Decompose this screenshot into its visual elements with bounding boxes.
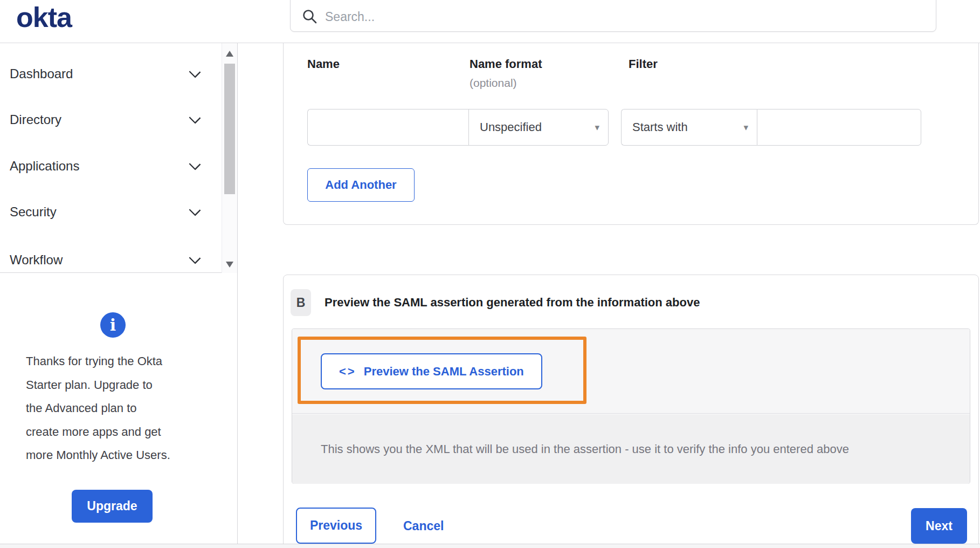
preview-panel: <> Preview the SAML Assertion This shows… <box>292 328 970 484</box>
search-input[interactable] <box>325 10 907 24</box>
filter-type-select[interactable]: Starts with ▾ <box>621 109 757 146</box>
sidebar-item-label: Directory <box>10 112 61 127</box>
name-format-column-label: Name format <box>470 57 542 71</box>
chevron-down-icon <box>189 158 201 170</box>
sidebar-item-directory[interactable]: Directory <box>10 111 199 129</box>
filter-value-input[interactable] <box>757 109 921 146</box>
filter-column-label: Filter <box>629 57 658 71</box>
attribute-name-input[interactable] <box>307 109 469 146</box>
cancel-link[interactable]: Cancel <box>403 519 444 533</box>
sidebar-item-label: Security <box>10 204 57 220</box>
chevron-down-icon <box>189 66 201 78</box>
sidebar: Dashboard Directory Applications Securit… <box>0 43 238 548</box>
dropdown-caret-icon: ▾ <box>595 122 599 133</box>
code-icon: <> <box>339 365 356 379</box>
sidebar-item-security[interactable]: Security <box>10 203 199 221</box>
name-format-value: Unspecified <box>480 120 542 134</box>
upgrade-message-line: Starter plan. Upgrade to <box>26 373 215 397</box>
scrollbar-thumb[interactable] <box>224 64 235 194</box>
sidebar-item-workflow[interactable]: Workflow <box>10 251 199 269</box>
name-format-optional-label: (optional) <box>470 77 517 90</box>
section-b-header: B Preview the SAML assertion generated f… <box>291 289 700 316</box>
sidebar-scrollbar[interactable] <box>222 43 237 273</box>
attribute-statements-card: Name Name format (optional) Filter Unspe… <box>283 43 979 225</box>
sidebar-item-label: Dashboard <box>10 66 73 81</box>
global-search[interactable] <box>290 0 936 32</box>
scrollbar-up-arrow-icon[interactable] <box>226 51 233 57</box>
okta-logo: okta <box>16 1 72 33</box>
saml-preview-card: B Preview the SAML assertion generated f… <box>283 275 979 548</box>
sidebar-nav: Dashboard Directory Applications Securit… <box>0 43 237 273</box>
chevron-down-icon <box>189 204 201 216</box>
next-button[interactable]: Next <box>911 508 967 544</box>
previous-button[interactable]: Previous <box>296 508 376 544</box>
scrollbar-down-arrow-icon[interactable] <box>226 262 233 268</box>
preview-panel-top: <> Preview the SAML Assertion <box>292 329 970 414</box>
sidebar-item-label: Workflow <box>10 252 63 268</box>
app-header: okta <box>0 0 980 43</box>
chevron-down-icon <box>189 252 201 264</box>
sidebar-item-applications[interactable]: Applications <box>10 157 199 175</box>
upgrade-message-line: the Advanced plan to <box>26 396 215 420</box>
preview-button-label: Preview the SAML Assertion <box>364 365 524 379</box>
upgrade-button[interactable]: Upgrade <box>72 490 153 523</box>
window-bottom-edge <box>0 544 980 548</box>
search-icon <box>301 8 318 24</box>
upgrade-message-line: more Monthly Active Users. <box>26 443 215 467</box>
upgrade-message: Thanks for trying the Okta Starter plan.… <box>26 350 215 467</box>
name-format-select[interactable]: Unspecified ▾ <box>468 109 609 146</box>
preview-saml-assertion-button[interactable]: <> Preview the SAML Assertion <box>321 353 542 389</box>
info-icon: i <box>100 312 126 338</box>
section-b-title: Preview the SAML assertion generated fro… <box>325 296 700 310</box>
upgrade-message-line: Thanks for trying the Okta <box>26 350 215 373</box>
filter-type-value: Starts with <box>632 120 688 134</box>
preview-panel-bottom: This shows you the XML that will be used… <box>292 414 970 484</box>
preview-hint-text: This shows you the XML that will be used… <box>321 442 849 456</box>
section-b-badge: B <box>291 289 311 316</box>
upgrade-message-line: create more apps and get <box>26 420 215 444</box>
sidebar-item-label: Applications <box>10 159 79 174</box>
dropdown-caret-icon: ▾ <box>743 122 748 133</box>
name-column-label: Name <box>307 57 340 71</box>
chevron-down-icon <box>189 112 201 124</box>
add-another-button[interactable]: Add Another <box>307 168 415 202</box>
sidebar-item-dashboard[interactable]: Dashboard <box>10 65 199 83</box>
